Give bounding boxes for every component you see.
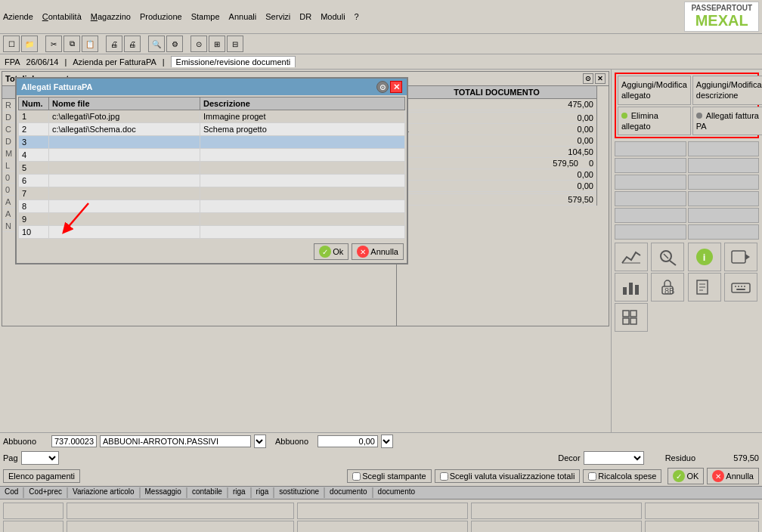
grid-btn[interactable] bbox=[615, 303, 648, 332]
abbuono-code-field[interactable]: 737.00023 bbox=[51, 435, 97, 447]
zoom-search-btn[interactable] bbox=[651, 243, 684, 271]
menu-dr[interactable]: DR bbox=[299, 12, 311, 21]
menu-aziende[interactable]: Aziende bbox=[3, 12, 33, 21]
abbuono-right-value[interactable]: 0,00 bbox=[318, 435, 378, 447]
pag-dropdown[interactable] bbox=[21, 451, 59, 465]
data-cell-2-2[interactable] bbox=[67, 521, 294, 532]
svg-text:8B: 8B bbox=[664, 286, 674, 295]
btn-aggiungi-modifica-allegato[interactable]: Aggiungi/Modifica allegato bbox=[618, 76, 691, 105]
tab-emissione[interactable]: Emissione/revisione documenti bbox=[171, 56, 296, 67]
main-ok-btn[interactable]: ✓ OK bbox=[668, 468, 704, 484]
scegli-valuta-check[interactable] bbox=[440, 472, 448, 481]
data-cell-2-1[interactable] bbox=[3, 521, 64, 532]
table-row[interactable]: 9 bbox=[19, 213, 405, 226]
dialog-settings-btn[interactable]: ⊙ bbox=[376, 81, 389, 93]
lock-btn[interactable]: 8B bbox=[651, 273, 684, 302]
chart-trend-btn[interactable] bbox=[615, 243, 648, 271]
toolbar-btn-new[interactable]: ☐ bbox=[3, 36, 20, 52]
table-row[interactable]: 10 bbox=[19, 226, 405, 239]
info-btn[interactable]: i bbox=[688, 243, 721, 271]
data-cell-2-5[interactable] bbox=[645, 521, 759, 532]
toolbar-btn-print2[interactable]: 🖨 bbox=[124, 36, 141, 52]
menu-annuali[interactable]: Annuali bbox=[229, 12, 257, 21]
toolbar-btn-radio[interactable]: ⊙ bbox=[190, 36, 207, 52]
menu-servizi[interactable]: Servizi bbox=[265, 12, 290, 21]
table-row[interactable]: 1 c:\allegati\Foto.jpg Immagine proget bbox=[19, 110, 405, 123]
scegli-stampante-check[interactable] bbox=[352, 472, 361, 481]
table-row[interactable]: 7 bbox=[19, 187, 405, 200]
scegli-stampante-btn[interactable]: Scegli stampante bbox=[347, 469, 431, 483]
row5-file bbox=[49, 162, 200, 175]
toolbar-btn-open[interactable]: 📁 bbox=[21, 36, 38, 52]
col-hdr-cod: Cod bbox=[3, 487, 20, 498]
toolbar-btn-print[interactable]: 🖨 bbox=[106, 36, 122, 52]
toolbar-btn-cut[interactable]: ✂ bbox=[45, 36, 62, 52]
data-input-1-1[interactable] bbox=[4, 503, 63, 518]
btn-elimina-allegato[interactable]: Elimina allegato bbox=[618, 107, 691, 136]
keyboard-btn[interactable] bbox=[724, 273, 757, 302]
row9-desc bbox=[200, 213, 405, 226]
abbuono-name-field[interactable]: ABBUONI-ARROTON.PASSIVI bbox=[100, 435, 251, 447]
abbuono-right-dropdown[interactable] bbox=[381, 435, 393, 448]
row8-num: 8 bbox=[19, 200, 49, 213]
col-sep-9 bbox=[372, 487, 373, 498]
row3-file bbox=[49, 136, 200, 149]
right-icon-row-2: 8B bbox=[615, 273, 759, 302]
table-row[interactable]: 5 bbox=[19, 162, 405, 175]
table-row[interactable]: 2 c:\allegati\Schema.doc Schema progetto bbox=[19, 123, 405, 136]
right-icon-row-3 bbox=[615, 303, 759, 332]
menu-stampe[interactable]: Stampe bbox=[191, 12, 220, 21]
totali-maximize-btn[interactable]: ⊙ bbox=[583, 73, 593, 84]
totali-close-btn[interactable]: ✕ bbox=[595, 73, 606, 84]
dialog-cancel-btn[interactable]: ✕ Annulla bbox=[352, 243, 404, 260]
table-row[interactable]: 6 bbox=[19, 175, 405, 187]
toolbar-btn-extra[interactable]: ⊞ bbox=[209, 36, 225, 52]
toolbar-btn-copy[interactable]: ⧉ bbox=[64, 36, 80, 52]
decor-dropdown[interactable] bbox=[584, 451, 644, 465]
data-cell-1-5[interactable] bbox=[645, 503, 759, 519]
right-col-data: TOTALI DOCUMENTO 475,00 p bbox=[397, 86, 596, 206]
ricalcola-spese-check[interactable] bbox=[588, 472, 596, 481]
data-cell-2-4[interactable] bbox=[471, 521, 642, 532]
main-annulla-btn[interactable]: ✕ Annulla bbox=[707, 468, 759, 484]
svg-rect-8 bbox=[629, 283, 633, 295]
empty-cell-1 bbox=[615, 141, 686, 156]
menu-magazzino[interactable]: Magazzino bbox=[91, 12, 131, 21]
data-cell-1-4[interactable] bbox=[471, 503, 642, 519]
menu-produzione[interactable]: Produzione bbox=[140, 12, 182, 21]
btn-aggiungi-modifica-descrizione[interactable]: Aggiungi/Modifica descrizione bbox=[692, 76, 762, 105]
ricalcola-spese-btn[interactable]: Ricalcola spese bbox=[583, 469, 661, 483]
svg-rect-25 bbox=[630, 318, 637, 324]
data-cell-1-1[interactable] bbox=[3, 503, 64, 519]
edit-doc-btn[interactable] bbox=[688, 273, 721, 302]
btn-allegati-fattura-pa[interactable]: Allegati fattura PA bbox=[692, 107, 762, 136]
empty-cell-6 bbox=[688, 175, 760, 190]
dialog-close-btn[interactable]: ✕ bbox=[390, 81, 402, 93]
right-col-scrollbar[interactable] bbox=[596, 86, 609, 206]
toolbar-btn-extra2[interactable]: ⊟ bbox=[227, 36, 243, 52]
toolbar-btn-settings[interactable]: ⚙ bbox=[166, 36, 183, 52]
table-row[interactable]: 4 bbox=[19, 149, 405, 162]
row5-desc bbox=[200, 162, 405, 175]
row10-file bbox=[49, 226, 200, 239]
empty-cell-10 bbox=[688, 208, 760, 223]
row1-num: 1 bbox=[19, 110, 49, 123]
scegli-valuta-btn[interactable]: Scegli valuta visualizzazione totali bbox=[435, 469, 581, 483]
data-cell-1-3[interactable] bbox=[297, 503, 468, 519]
toolbar-btn-paste[interactable]: 📋 bbox=[82, 36, 98, 52]
data-row-2 bbox=[3, 521, 759, 532]
bar-chart-btn[interactable] bbox=[615, 273, 648, 302]
table-row[interactable]: 8 bbox=[19, 200, 405, 213]
video-btn[interactable] bbox=[724, 243, 757, 271]
elenco-pagamenti-btn[interactable]: Elenco pagamenti bbox=[3, 469, 80, 483]
col-filename-header: Nome file bbox=[49, 97, 200, 110]
menu-contabilita[interactable]: Contabilità bbox=[42, 12, 82, 21]
table-row-selected[interactable]: 3 bbox=[19, 136, 405, 149]
dialog-ok-btn[interactable]: ✓ Ok bbox=[314, 243, 348, 260]
data-cell-1-2[interactable] bbox=[67, 503, 294, 519]
abbuono-dropdown[interactable] bbox=[254, 435, 266, 448]
menu-help[interactable]: ? bbox=[355, 12, 359, 21]
toolbar-btn-search[interactable]: 🔍 bbox=[148, 36, 165, 52]
data-cell-2-3[interactable] bbox=[297, 521, 468, 532]
menu-moduli[interactable]: Moduli bbox=[321, 12, 345, 21]
